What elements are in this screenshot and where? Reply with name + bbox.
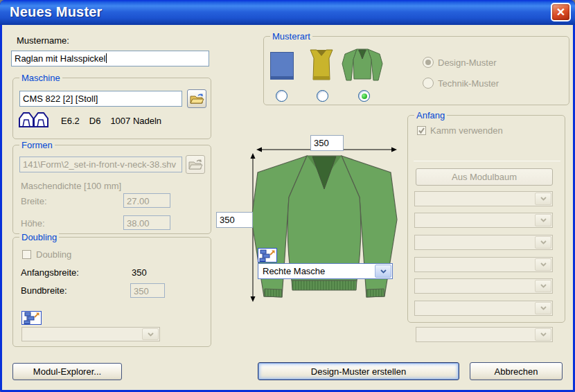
pattern-type-group-title: Musterart: [270, 31, 312, 42]
start-module-dropdown-3: [414, 235, 553, 250]
pattern-height-value: 350: [220, 215, 235, 225]
cuff-width-field: 350: [130, 283, 165, 298]
stitch-module-button[interactable]: [258, 248, 277, 262]
start-width-value: 350: [132, 267, 147, 278]
start-width-label: Anfangsbreite:: [21, 267, 79, 278]
doubling-module-button[interactable]: [21, 311, 42, 325]
design-pattern-label: Design-Muster: [438, 57, 497, 68]
module-tree-icon: [258, 249, 276, 262]
module-explorer-label: Modul-Explorer...: [33, 366, 101, 377]
start-module-dropdown-4: [414, 257, 553, 272]
system-value: D6: [89, 116, 101, 126]
check-icon: [418, 127, 425, 134]
shape-browse-button: [186, 155, 205, 174]
module-tree-icon: [23, 312, 41, 324]
pattern-name-input[interactable]: Raglan mit Halsspickel: [11, 51, 209, 66]
density-width-value: 27.00: [127, 196, 150, 206]
doubling-group-title: Doubling: [19, 232, 59, 242]
machine-field[interactable]: CMS 822 [2] [Stoll]: [19, 91, 182, 107]
chevron-down-icon: [535, 193, 551, 205]
technik-pattern-radio: [423, 78, 434, 89]
design-pattern-radio: [423, 57, 434, 68]
stitch-density-label: Maschendichte [100 mm]: [21, 181, 121, 191]
create-design-pattern-button[interactable]: Design-Muster erstellen: [258, 362, 459, 380]
base-stitch-dropdown[interactable]: Rechte Masche: [258, 263, 393, 279]
chevron-down-icon[interactable]: [375, 265, 391, 278]
plain-fabric-icon: [270, 52, 294, 80]
pattern-height-field[interactable]: 350: [216, 212, 253, 228]
sweater-preview: [251, 153, 398, 304]
chevron-down-icon: [142, 328, 159, 340]
density-height-field: 38.00: [123, 215, 170, 230]
machine-group: Maschine: [12, 78, 211, 139]
comb-checkbox-label: Kamm verwenden: [430, 125, 503, 136]
shape-path-field: 141\Form\2_set-in-front-v-neck-38.shv: [19, 157, 182, 172]
doubling-checkbox: [22, 250, 31, 259]
pattern-type-radio-plain[interactable]: [276, 90, 288, 102]
needle-count: 1007 Nadeln: [110, 116, 161, 126]
machine-specs: E6.2D61007 Nadeln: [61, 116, 161, 126]
chevron-down-icon: [535, 328, 551, 341]
start-module-dropdown-1: [414, 191, 553, 206]
from-module-tree-label: Aus Modulbaum: [452, 172, 517, 182]
width-label: Breite:: [21, 196, 47, 206]
pattern-width-field[interactable]: 350: [310, 135, 344, 151]
new-pattern-dialog: Neues Muster ✕ Mustername: Raglan mit Ha…: [0, 0, 575, 392]
machine-browse-button[interactable]: [187, 89, 206, 108]
pattern-width-value: 350: [314, 138, 329, 148]
start-group-divider: [414, 161, 560, 161]
gauge-value: E6.2: [61, 116, 80, 126]
pattern-type-radio-sweater[interactable]: [358, 90, 370, 102]
machine-group-title: Maschine: [19, 73, 62, 83]
shape-group-title: Formen: [19, 140, 55, 150]
comb-checkbox: [417, 126, 426, 135]
dialog-title: Neues Muster: [10, 4, 103, 20]
text-caret: [106, 53, 107, 63]
start-module-dropdown-6: [414, 301, 553, 316]
chevron-down-icon: [535, 280, 551, 292]
machine-name: CMS 822 [2] [Stoll]: [23, 93, 98, 104]
chevron-down-icon: [535, 302, 551, 314]
pattern-type-radio-vest[interactable]: [317, 90, 328, 102]
module-explorer-button[interactable]: Modul-Explorer...: [12, 363, 122, 380]
sweater-icon: [341, 47, 384, 82]
density-width-field: 27.00: [123, 193, 170, 208]
chevron-down-icon: [535, 258, 551, 271]
start-module-dropdown-2: [414, 213, 553, 228]
pattern-name-value: Raglan mit Halsspickel: [15, 53, 106, 64]
cancel-label: Abbrechen: [495, 366, 538, 377]
start-group-title: Anfang: [414, 110, 447, 121]
shape-path-value: 141\Form\2_set-in-front-v-neck-38.shv: [23, 159, 176, 170]
density-height-value: 38.00: [127, 218, 150, 229]
title-bar[interactable]: Neues Muster ✕: [0, 0, 575, 25]
start-module-dropdown-5: [414, 278, 553, 294]
folder-open-icon: [188, 159, 203, 171]
cancel-button[interactable]: Abbrechen: [470, 362, 563, 380]
extra-module-dropdown: [416, 327, 553, 342]
doubling-module-dropdown: [21, 327, 160, 341]
cuff-width-value: 350: [134, 286, 149, 296]
vest-icon: [308, 48, 335, 82]
pattern-name-label: Mustername:: [17, 35, 69, 46]
technik-pattern-label: Technik-Muster: [438, 78, 499, 89]
base-stitch-value: Rechte Masche: [263, 266, 325, 276]
chevron-down-icon: [535, 236, 551, 249]
from-module-tree-button: Aus Modulbaum: [416, 168, 553, 186]
height-label: Höhe:: [21, 218, 45, 229]
doubling-checkbox-label: Doubling: [36, 249, 71, 260]
cuff-width-label: Bundbreite:: [21, 285, 67, 296]
chevron-down-icon: [535, 214, 551, 226]
folder-open-icon: [189, 93, 204, 105]
create-design-pattern-label: Design-Muster erstellen: [311, 366, 406, 377]
close-icon[interactable]: ✕: [551, 3, 571, 21]
needle-bed-icon: [19, 112, 49, 128]
